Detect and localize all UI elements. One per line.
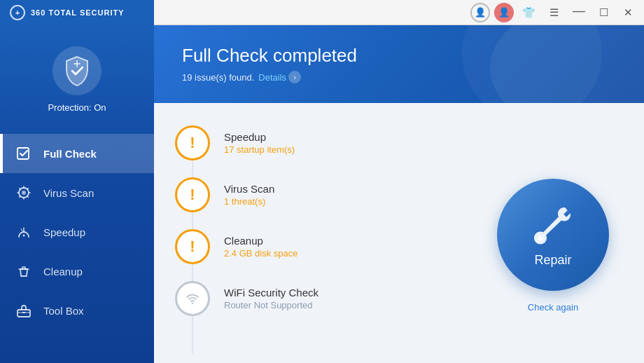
- header-subtext: 19 issue(s) found. Details ›: [182, 71, 357, 83]
- sidebar-label-toolbox: Tool Box: [43, 305, 84, 317]
- header-title: Full Check completed: [182, 45, 357, 67]
- issue-name-cleanup: Cleanup: [224, 235, 298, 247]
- details-arrow-icon: ›: [288, 71, 301, 83]
- svg-point-3: [23, 235, 25, 237]
- details-label: Details: [258, 72, 286, 83]
- svg-point-2: [22, 191, 26, 195]
- cleanup-icon: [14, 261, 34, 281]
- app-logo-circle: +: [10, 5, 25, 20]
- issue-detail-virus: 1 threat(s): [224, 196, 274, 207]
- sidebar-label-full-check: Full Check: [43, 148, 97, 160]
- sidebar-item-cleanup[interactable]: Cleanup: [0, 252, 154, 291]
- issue-name-speedup: Speedup: [224, 131, 295, 143]
- issue-name-wifi: WiFi Security Check: [224, 287, 318, 299]
- main-area: Full Check completed 19 issue(s) found. …: [154, 25, 644, 363]
- avatar-icon[interactable]: 👤: [470, 3, 490, 22]
- sidebar-logo-area: Protection: On: [0, 25, 154, 134]
- repair-icon: [531, 202, 576, 247]
- issue-circle-cleanup: !: [175, 229, 210, 264]
- shield-icon: [52, 46, 102, 95]
- shirt-icon[interactable]: 👕: [517, 4, 541, 22]
- logo-plus: +: [15, 8, 20, 17]
- svg-rect-5: [22, 312, 25, 313]
- issue-item-wifi: WiFi Security Check Router Not Supported: [175, 273, 462, 324]
- sidebar-label-virus-scan: Virus Scan: [43, 187, 94, 199]
- issues-count-text: 19 issue(s) found.: [182, 72, 254, 83]
- details-link[interactable]: Details ›: [258, 71, 301, 83]
- sidebar-item-full-check[interactable]: Full Check: [0, 134, 154, 173]
- issue-circle-speedup: !: [175, 125, 210, 160]
- issue-info-speedup: Speedup 17 startup item(s): [224, 131, 295, 155]
- issue-circle-virus: !: [175, 177, 210, 212]
- svg-point-6: [192, 303, 193, 304]
- titlebar-controls: 👤 👤 👕 ☰ — ☐ ✕: [470, 1, 644, 24]
- sidebar-item-virus-scan[interactable]: Virus Scan: [0, 173, 154, 212]
- issue-item-virus-scan: ! Virus Scan 1 threat(s): [175, 169, 462, 221]
- check-again-link[interactable]: Check again: [528, 302, 578, 313]
- maximize-button[interactable]: ☐: [594, 4, 614, 22]
- issue-detail-wifi: Router Not Supported: [224, 300, 318, 310]
- issue-info-wifi: WiFi Security Check Router Not Supported: [224, 287, 318, 310]
- issue-name-virus: Virus Scan: [224, 183, 274, 195]
- issues-list: ! Speedup 17 startup item(s) ! Virus Sca…: [175, 117, 462, 363]
- header-text: Full Check completed 19 issue(s) found. …: [182, 45, 357, 83]
- speedup-icon: [14, 222, 34, 242]
- user-icon[interactable]: 👤: [494, 3, 514, 22]
- issue-detail-speedup: 17 startup item(s): [224, 144, 295, 155]
- repair-button[interactable]: Repair: [497, 179, 609, 291]
- full-check-icon: [14, 144, 34, 163]
- issue-item-cleanup: ! Cleanup 2.4 GB disk space: [175, 221, 462, 273]
- close-button[interactable]: ✕: [617, 4, 640, 22]
- sidebar-label-cleanup: Cleanup: [43, 266, 83, 278]
- toolbox-icon: [14, 301, 34, 320]
- repair-section: Repair Check again: [483, 117, 623, 363]
- header-banner: Full Check completed 19 issue(s) found. …: [154, 25, 644, 103]
- svg-rect-0: [18, 148, 29, 159]
- issue-info-cleanup: Cleanup 2.4 GB disk space: [224, 235, 298, 259]
- sidebar: Protection: On Full Check Virus Scan: [0, 25, 154, 363]
- issue-circle-wifi: [175, 281, 210, 316]
- menu-icon[interactable]: ☰: [544, 4, 564, 22]
- svg-point-7: [538, 235, 543, 241]
- sidebar-label-speedup: Speedup: [43, 226, 85, 238]
- minimize-button[interactable]: —: [567, 1, 591, 24]
- app-title-text: 360 TOTAL SECURITY: [31, 8, 125, 17]
- protection-label: Protection: On: [48, 102, 106, 113]
- issue-detail-cleanup: 2.4 GB disk space: [224, 248, 298, 259]
- virus-scan-icon: [14, 183, 34, 203]
- issue-info-virus: Virus Scan 1 threat(s): [224, 183, 274, 207]
- sidebar-item-speedup[interactable]: Speedup: [0, 212, 154, 252]
- repair-label: Repair: [534, 253, 571, 268]
- issue-item-speedup: ! Speedup 17 startup item(s): [175, 117, 462, 169]
- app-branding: + 360 TOTAL SECURITY: [0, 0, 154, 25]
- sidebar-item-toolbox[interactable]: Tool Box: [0, 291, 154, 330]
- content-area: ! Speedup 17 startup item(s) ! Virus Sca…: [154, 103, 644, 363]
